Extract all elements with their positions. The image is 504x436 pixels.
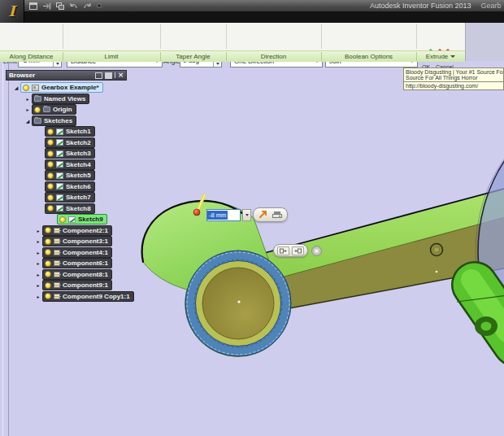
tree-label-chip[interactable]: Gearbox Example* (20, 82, 103, 93)
measure-arrow-icon[interactable] (259, 207, 269, 222)
tree-item-component9-copy1-1[interactable]: ▸Component9 Copy1:1 (6, 291, 144, 303)
visibility-bulb-icon[interactable] (47, 194, 54, 201)
tree-label-chip[interactable]: Sketch8 (45, 203, 95, 214)
tree-item-component2-1[interactable]: ▸Component2:1 (6, 225, 144, 237)
visibility-bulb-icon[interactable] (47, 183, 54, 190)
visibility-bulb-icon[interactable] (47, 129, 54, 135)
group-separator (160, 24, 161, 49)
tree-label-chip[interactable]: Sketch9 (57, 214, 107, 225)
visibility-bulb-icon[interactable] (34, 107, 41, 113)
extrude-face[interactable] (202, 268, 274, 339)
visibility-bulb-icon[interactable] (45, 260, 51, 267)
group-extrude[interactable]: Extrude (416, 53, 465, 60)
sketch-icon (56, 129, 63, 135)
folder-icon (43, 107, 50, 112)
expand-icon[interactable]: ▸ (24, 96, 32, 102)
tree-item-component4-1[interactable]: ▸Component4:1 (6, 247, 144, 259)
expression-box-icon[interactable] (272, 207, 282, 222)
tree-label-chip[interactable]: Sketch3 (45, 148, 95, 159)
close-icon[interactable]: ✕ (118, 72, 124, 79)
expand-icon[interactable]: ▸ (34, 282, 42, 288)
redo-icon[interactable] (83, 2, 92, 10)
tree-item-sketch3[interactable]: Sketch3 (6, 148, 144, 159)
tree-item-component6-1[interactable]: ▸Component6:1 (6, 258, 144, 269)
tree-label-chip[interactable]: Component6:1 (42, 258, 112, 268)
expand-icon[interactable]: ▸ (34, 228, 42, 233)
sketch-icon (56, 150, 63, 157)
export-icon[interactable] (42, 2, 51, 10)
tree-item-sketch8[interactable]: Sketch8 (6, 203, 144, 215)
tree-label-chip[interactable]: Origin (32, 104, 76, 115)
visibility-bulb-icon[interactable] (47, 139, 54, 146)
tree-item-sketches[interactable]: ◢Sketches (6, 116, 144, 127)
dimension-value[interactable]: -8 mm (207, 211, 228, 220)
link-arm[interactable] (457, 280, 504, 343)
visibility-bulb-icon[interactable] (47, 205, 54, 211)
tree-label-chip[interactable]: Sketches (32, 116, 76, 126)
flip-direction-1-icon[interactable] (277, 246, 289, 255)
tree-label-chip[interactable]: Component3:1 (42, 236, 112, 246)
expand-icon[interactable]: ▸ (24, 107, 32, 112)
tree-item-origin[interactable]: ▸Origin (6, 104, 144, 116)
expand-icon[interactable]: ▸ (34, 250, 42, 255)
expand-icon[interactable]: ▸ (34, 238, 42, 244)
float-panel-icon[interactable] (95, 72, 102, 79)
visibility-bulb-icon[interactable] (45, 271, 51, 277)
dimension-dropdown-button[interactable] (242, 209, 251, 221)
direction-mini-toolbar: ✕ (273, 244, 322, 257)
undo-icon[interactable] (69, 2, 78, 10)
tree-label-chip[interactable]: Sketch6 (45, 181, 95, 192)
expand-icon[interactable]: ▸ (34, 260, 42, 266)
tree-item-sketch5[interactable]: Sketch5 (6, 170, 144, 181)
tree-label-chip[interactable]: Component9:1 (42, 280, 112, 290)
folder-icon (34, 96, 41, 102)
tree-label-chip[interactable]: Component9 Copy1:1 (42, 291, 134, 302)
switch-view-icon[interactable] (56, 2, 64, 10)
tree-item-named-views[interactable]: ▸Named Views (6, 94, 144, 105)
tree-label-chip[interactable]: Component4:1 (42, 247, 112, 258)
record-icon[interactable] (97, 3, 102, 8)
tree-label-chip[interactable]: Sketch5 (45, 170, 95, 181)
tree-item-component8-1[interactable]: ▸Component8:1 (6, 269, 144, 281)
tree-item-sketch6[interactable]: Sketch6 (6, 181, 144, 193)
app-logo[interactable]: I (0, 0, 24, 23)
tree-label-chip[interactable]: Sketch7 (45, 192, 95, 203)
expand-icon[interactable]: ▸ (34, 294, 42, 299)
tree-label-chip[interactable]: Component8:1 (42, 269, 112, 280)
expand-icon[interactable]: ▸ (34, 272, 42, 277)
tree-item-sketch2[interactable]: Sketch2 (6, 137, 144, 149)
visibility-bulb-icon[interactable] (47, 161, 54, 168)
visibility-bulb-icon[interactable] (47, 172, 54, 179)
tree-label-chip[interactable]: Sketch1 (45, 126, 95, 137)
tree-item-sketch7[interactable]: Sketch7 (6, 192, 144, 203)
tree-item-sketch4[interactable]: Sketch4 (6, 159, 144, 171)
tree-item-label: Sketch7 (66, 194, 91, 201)
window-icon[interactable] (29, 2, 37, 10)
visibility-bulb-icon[interactable] (45, 227, 51, 233)
tree-item-sketch9[interactable]: Sketch9 (6, 214, 144, 225)
tree-label-chip[interactable]: Sketch4 (45, 159, 95, 170)
flip-direction-2-icon[interactable] (292, 246, 304, 255)
visibility-bulb-icon[interactable] (45, 249, 51, 255)
dismiss-button[interactable]: ✕ (311, 246, 322, 256)
tree-label-chip[interactable]: Named Views (32, 94, 89, 104)
tree-item-component3-1[interactable]: ▸Component3:1 (6, 236, 144, 247)
tree-label-chip[interactable]: Component2:1 (42, 225, 112, 236)
visibility-bulb-icon[interactable] (45, 282, 51, 289)
visibility-bulb-icon[interactable] (59, 216, 66, 223)
tree-label-chip[interactable]: Sketch2 (45, 137, 95, 148)
visibility-bulb-icon[interactable] (47, 150, 54, 157)
sketch-icon (56, 205, 63, 211)
visibility-bulb-icon[interactable] (45, 238, 51, 245)
tree-item-gearbox-example[interactable]: ◢Gearbox Example* (6, 82, 144, 94)
visibility-bulb-icon[interactable] (45, 293, 51, 299)
menu-dots-icon[interactable] (115, 72, 115, 78)
dimension-input[interactable]: -8 mm (206, 209, 241, 221)
collapse-icon[interactable]: ◢ (12, 85, 20, 90)
tree-item-component9-1[interactable]: ▸Component9:1 (6, 280, 144, 291)
dock-panel-icon[interactable] (105, 72, 112, 79)
tree-item-sketch1[interactable]: Sketch1 (6, 126, 144, 137)
collapse-icon[interactable]: ◢ (24, 118, 32, 124)
visibility-bulb-icon[interactable] (23, 85, 29, 91)
browser-panel-header[interactable]: Browser ✕ (6, 70, 127, 81)
